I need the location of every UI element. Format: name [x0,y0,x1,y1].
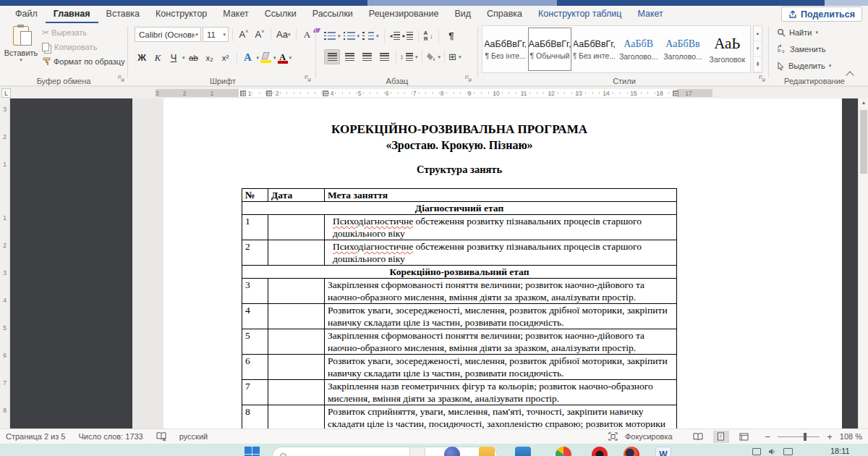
focus-mode-label[interactable]: Фокусировка [625,432,673,441]
font-color-button[interactable]: А [278,52,288,64]
zoom-slider[interactable] [778,436,820,437]
system-tray[interactable] [752,448,793,455]
tab-file[interactable]: Файл [7,6,46,23]
tab-table-layout[interactable]: Макет [629,6,671,23]
table-column-marker[interactable] [240,90,246,96]
table-column-marker[interactable] [323,90,328,96]
speaker-tray-icon[interactable] [768,448,776,455]
tab-view[interactable]: Вид [446,6,479,23]
start-button[interactable] [244,447,260,456]
zoom-level[interactable]: 108 % [840,432,862,441]
share-button[interactable]: Поделиться [781,7,862,22]
align-center-button[interactable] [341,49,357,64]
tab-mailings[interactable]: Рассылки [305,6,361,23]
zoom-in-button[interactable]: + [827,431,833,442]
tab-review[interactable]: Рецензирование [361,6,447,23]
italic-button[interactable]: К [150,50,165,65]
sort-button[interactable]: АЯ↓ [424,30,433,42]
highlight-button[interactable] [260,52,272,64]
tab-home[interactable]: Главная [46,6,98,23]
line-spacing-button[interactable]: ↕▾ [400,53,418,61]
word-count[interactable]: Число слов: 1733 [78,432,142,441]
document-app-icon[interactable] [409,447,425,456]
copy-button[interactable]: Копировать [42,43,125,51]
scrollbar-thumb[interactable] [860,110,867,174]
chrome-icon[interactable] [556,447,571,456]
language-indicator[interactable]: русский [179,432,208,441]
tab-design[interactable]: Конструктор [148,6,215,23]
styles-gallery-more[interactable]: ⇟ [754,57,762,72]
paragraph-dialog-launcher[interactable] [465,75,472,83]
subscript-button[interactable]: х₂ [203,50,217,65]
horizontal-ruler[interactable]: L 3 2 1 1 2 4 5 6 7 8 9 10 11 12 13 14 1… [0,86,868,98]
styles-scroll-up[interactable]: ▲ [754,26,762,41]
styles-scroll-down[interactable]: ▼ [754,41,762,56]
style-heading1[interactable]: АаБбВ Заголово... [617,28,660,71]
paste-dropdown-chevron[interactable]: ▾ [20,57,22,63]
folder-icon[interactable] [479,447,495,456]
select-button[interactable]: Выделить ▾ [777,62,831,70]
find-button[interactable]: Найти ▾ [777,28,818,37]
tab-references[interactable]: Ссылки [257,6,305,23]
underline-dropdown-chevron[interactable]: ▾ [182,55,185,61]
tab-layout[interactable]: Макет [215,6,256,23]
styles-dialog-launcher[interactable] [759,75,766,83]
document-page[interactable]: КОРЕКЦІЙНО-РОЗВИВАЛЬНА ПРОГРАМА «Зростаю… [163,98,842,428]
tab-help[interactable]: Справка [479,6,530,23]
shrink-font-button[interactable]: А˅ [252,27,267,42]
cut-button[interactable]: ✂ Вырезать [42,28,125,38]
shading-button[interactable]: ▾ [426,52,441,62]
zoom-slider-thumb[interactable] [804,433,807,441]
align-right-button[interactable] [359,49,375,64]
style-heading2[interactable]: АаБбВв Заголово... [661,28,704,71]
align-left-button[interactable] [324,49,340,64]
vertical-scrollbar[interactable]: ▲ [858,98,868,428]
briefcase-icon[interactable] [515,447,531,456]
replace-button[interactable]: bc Заменить [777,45,825,54]
style-normal[interactable]: АаБбВвГг, ¶ Обычный [528,28,571,71]
page-indicator[interactable]: Страница 2 из 5 [6,432,65,441]
proofing-errors-icon[interactable] [156,432,166,441]
strikethrough-button[interactable]: ab [187,50,201,65]
superscript-button[interactable]: х² [218,50,233,65]
clipboard-dialog-launcher[interactable] [118,75,125,83]
text-effects-chevron[interactable]: ▾ [257,55,260,61]
tab-table-design[interactable]: Конструктор таблиц [530,6,629,23]
zoom-out-button[interactable]: − [765,431,771,442]
vertical-ruler[interactable]: 3 2 1 1 2 3 4 5 6 7 8 [0,98,10,428]
increase-indent-button[interactable]: ▸ [403,32,413,40]
print-layout-button[interactable] [713,431,729,443]
decrease-indent-button[interactable]: ◂ [390,32,400,40]
underline-button[interactable]: Ч [166,50,181,65]
active-word-app-icon[interactable]: W [655,447,671,456]
web-layout-button[interactable] [736,431,752,443]
style-title[interactable]: АаЬ Заголовок [706,28,749,71]
grow-font-button[interactable]: А˄ [237,27,251,42]
display-tray-icon[interactable] [752,448,761,455]
format-painter-button[interactable]: Формат по образцу [42,56,125,66]
style-no-spacing-ru[interactable]: АаБбВвГг, ¶ Без инте... [573,28,616,71]
clear-formatting-button[interactable]: А [300,27,315,42]
opera-gx-icon[interactable] [592,447,608,456]
taskbar-search[interactable] [272,447,498,456]
numbered-list-button[interactable]: ▾ [344,32,360,40]
text-effects-button[interactable]: А [241,50,255,65]
taskbar-clock[interactable]: 18:11 [830,447,850,455]
bullet-list-button[interactable]: ▾ [324,32,341,40]
table-column-marker[interactable] [266,90,272,96]
paste-button[interactable]: Вставить ▾ [4,26,38,81]
multilevel-list-button[interactable]: ▾ [362,32,379,40]
borders-button[interactable]: ⊞▾ [448,51,461,62]
font-color-chevron[interactable]: ▾ [289,55,292,61]
bold-button[interactable]: Ж [135,50,149,65]
table-column-marker[interactable] [673,90,678,96]
show-marks-button[interactable]: ¶ [444,28,459,43]
read-mode-button[interactable] [690,431,706,443]
firefox-icon[interactable] [624,447,639,456]
tab-insert[interactable]: Вставка [98,6,148,23]
font-dialog-launcher[interactable] [305,75,312,83]
battery-tray-icon[interactable] [783,448,793,455]
font-size-combo[interactable]: 11▾ [203,27,229,42]
tab-stop-selector[interactable]: L [1,88,11,98]
style-no-spacing-ua[interactable]: АаБбВвГг, ¶ Без інте... [484,28,527,71]
